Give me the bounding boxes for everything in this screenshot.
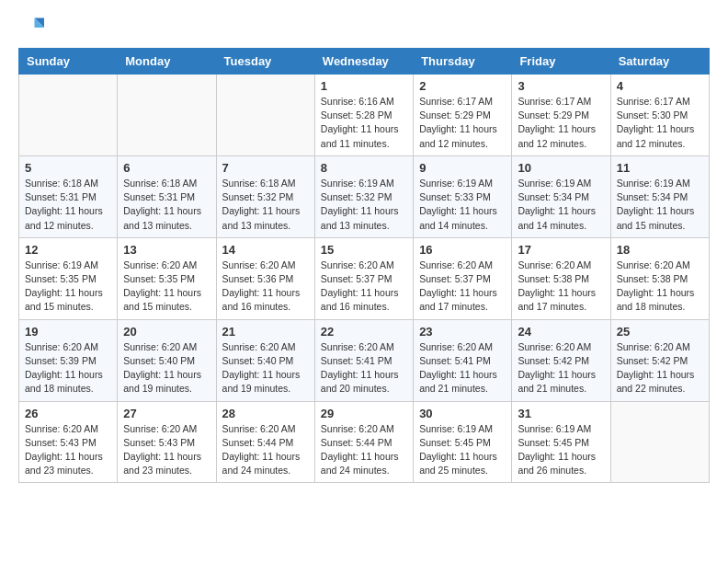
day-number: 26 bbox=[25, 407, 111, 420]
calendar-cell: 7Sunrise: 6:18 AMSunset: 5:32 PMDaylight… bbox=[216, 155, 314, 237]
calendar-cell: 27Sunrise: 6:20 AMSunset: 5:43 PMDayligh… bbox=[118, 401, 216, 483]
page-header bbox=[18, 15, 710, 40]
day-number: 18 bbox=[617, 243, 703, 257]
cell-details: Sunrise: 6:20 AMSunset: 5:37 PMDaylight:… bbox=[321, 259, 407, 315]
calendar-cell: 25Sunrise: 6:20 AMSunset: 5:42 PMDayligh… bbox=[610, 319, 709, 401]
calendar-cell bbox=[216, 75, 314, 156]
day-number: 20 bbox=[123, 325, 210, 339]
logo-icon bbox=[18, 15, 44, 40]
cell-details: Sunrise: 6:20 AMSunset: 5:41 PMDaylight:… bbox=[321, 340, 407, 396]
day-number: 17 bbox=[518, 243, 604, 257]
day-number: 11 bbox=[617, 161, 703, 175]
day-number: 4 bbox=[617, 79, 703, 93]
calendar-cell: 22Sunrise: 6:20 AMSunset: 5:41 PMDayligh… bbox=[314, 319, 413, 401]
calendar-cell: 11Sunrise: 6:19 AMSunset: 5:34 PMDayligh… bbox=[610, 155, 709, 237]
cell-details: Sunrise: 6:20 AMSunset: 5:43 PMDaylight:… bbox=[25, 422, 111, 478]
day-number: 3 bbox=[518, 79, 604, 93]
cell-details: Sunrise: 6:20 AMSunset: 5:44 PMDaylight:… bbox=[321, 422, 407, 478]
cell-details: Sunrise: 6:20 AMSunset: 5:38 PMDaylight:… bbox=[617, 259, 703, 315]
calendar-cell: 28Sunrise: 6:20 AMSunset: 5:44 PMDayligh… bbox=[216, 401, 314, 483]
day-number: 21 bbox=[222, 325, 309, 339]
cell-details: Sunrise: 6:19 AMSunset: 5:35 PMDaylight:… bbox=[25, 259, 111, 315]
calendar-cell: 1Sunrise: 6:16 AMSunset: 5:28 PMDaylight… bbox=[314, 75, 413, 156]
cell-details: Sunrise: 6:20 AMSunset: 5:35 PMDaylight:… bbox=[123, 259, 210, 315]
cell-details: Sunrise: 6:20 AMSunset: 5:39 PMDaylight:… bbox=[25, 340, 111, 396]
calendar-cell: 12Sunrise: 6:19 AMSunset: 5:35 PMDayligh… bbox=[19, 237, 118, 319]
calendar-cell: 14Sunrise: 6:20 AMSunset: 5:36 PMDayligh… bbox=[216, 237, 314, 319]
logo bbox=[18, 15, 48, 40]
calendar-cell: 17Sunrise: 6:20 AMSunset: 5:38 PMDayligh… bbox=[512, 237, 610, 319]
weekday-header-sunday: Sunday bbox=[19, 49, 118, 75]
calendar-cell: 16Sunrise: 6:20 AMSunset: 5:37 PMDayligh… bbox=[414, 237, 512, 319]
cell-details: Sunrise: 6:20 AMSunset: 5:40 PMDaylight:… bbox=[222, 340, 309, 396]
day-number: 2 bbox=[419, 79, 506, 93]
weekday-header-thursday: Thursday bbox=[414, 49, 512, 75]
calendar-cell: 15Sunrise: 6:20 AMSunset: 5:37 PMDayligh… bbox=[314, 237, 413, 319]
calendar-cell: 29Sunrise: 6:20 AMSunset: 5:44 PMDayligh… bbox=[314, 401, 413, 483]
cell-details: Sunrise: 6:18 AMSunset: 5:31 PMDaylight:… bbox=[123, 177, 210, 233]
calendar-cell: 21Sunrise: 6:20 AMSunset: 5:40 PMDayligh… bbox=[216, 319, 314, 401]
calendar-week-5: 26Sunrise: 6:20 AMSunset: 5:43 PMDayligh… bbox=[19, 401, 710, 483]
day-number: 5 bbox=[25, 161, 111, 175]
calendar-cell bbox=[610, 401, 709, 483]
day-number: 8 bbox=[321, 161, 407, 175]
calendar-cell bbox=[118, 75, 216, 156]
cell-details: Sunrise: 6:20 AMSunset: 5:36 PMDaylight:… bbox=[222, 259, 309, 315]
cell-details: Sunrise: 6:17 AMSunset: 5:29 PMDaylight:… bbox=[518, 95, 604, 151]
calendar-cell: 30Sunrise: 6:19 AMSunset: 5:45 PMDayligh… bbox=[414, 401, 512, 483]
calendar-cell: 8Sunrise: 6:19 AMSunset: 5:32 PMDaylight… bbox=[314, 155, 413, 237]
cell-details: Sunrise: 6:20 AMSunset: 5:43 PMDaylight:… bbox=[123, 422, 210, 478]
day-number: 14 bbox=[222, 243, 309, 257]
calendar-cell: 9Sunrise: 6:19 AMSunset: 5:33 PMDaylight… bbox=[414, 155, 512, 237]
weekday-header-monday: Monday bbox=[118, 49, 216, 75]
day-number: 13 bbox=[123, 243, 210, 257]
day-number: 12 bbox=[25, 243, 111, 257]
day-number: 9 bbox=[419, 161, 506, 175]
cell-details: Sunrise: 6:20 AMSunset: 5:44 PMDaylight:… bbox=[222, 422, 309, 478]
weekday-header-tuesday: Tuesday bbox=[216, 49, 314, 75]
day-number: 16 bbox=[419, 243, 506, 257]
calendar-week-3: 12Sunrise: 6:19 AMSunset: 5:35 PMDayligh… bbox=[19, 237, 710, 319]
cell-details: Sunrise: 6:20 AMSunset: 5:38 PMDaylight:… bbox=[518, 259, 604, 315]
cell-details: Sunrise: 6:20 AMSunset: 5:37 PMDaylight:… bbox=[419, 259, 506, 315]
cell-details: Sunrise: 6:20 AMSunset: 5:42 PMDaylight:… bbox=[617, 340, 703, 396]
day-number: 15 bbox=[321, 243, 407, 257]
day-number: 28 bbox=[222, 407, 309, 420]
calendar-cell: 13Sunrise: 6:20 AMSunset: 5:35 PMDayligh… bbox=[118, 237, 216, 319]
day-number: 25 bbox=[617, 325, 703, 339]
cell-details: Sunrise: 6:20 AMSunset: 5:40 PMDaylight:… bbox=[123, 340, 210, 396]
calendar-week-2: 5Sunrise: 6:18 AMSunset: 5:31 PMDaylight… bbox=[19, 155, 710, 237]
cell-details: Sunrise: 6:19 AMSunset: 5:45 PMDaylight:… bbox=[419, 422, 506, 478]
calendar-cell: 10Sunrise: 6:19 AMSunset: 5:34 PMDayligh… bbox=[512, 155, 610, 237]
calendar-cell: 3Sunrise: 6:17 AMSunset: 5:29 PMDaylight… bbox=[512, 75, 610, 156]
day-number: 19 bbox=[25, 325, 111, 339]
cell-details: Sunrise: 6:20 AMSunset: 5:42 PMDaylight:… bbox=[518, 340, 604, 396]
cell-details: Sunrise: 6:19 AMSunset: 5:33 PMDaylight:… bbox=[419, 177, 506, 233]
day-number: 30 bbox=[419, 407, 506, 420]
weekday-header-wednesday: Wednesday bbox=[314, 49, 413, 75]
cell-details: Sunrise: 6:17 AMSunset: 5:29 PMDaylight:… bbox=[419, 95, 506, 151]
calendar-cell: 24Sunrise: 6:20 AMSunset: 5:42 PMDayligh… bbox=[512, 319, 610, 401]
calendar-cell: 31Sunrise: 6:19 AMSunset: 5:45 PMDayligh… bbox=[512, 401, 610, 483]
calendar-table: SundayMondayTuesdayWednesdayThursdayFrid… bbox=[18, 48, 710, 483]
cell-details: Sunrise: 6:18 AMSunset: 5:32 PMDaylight:… bbox=[222, 177, 309, 233]
day-number: 7 bbox=[222, 161, 309, 175]
cell-details: Sunrise: 6:19 AMSunset: 5:32 PMDaylight:… bbox=[321, 177, 407, 233]
weekday-header-row: SundayMondayTuesdayWednesdayThursdayFrid… bbox=[19, 49, 710, 75]
cell-details: Sunrise: 6:19 AMSunset: 5:45 PMDaylight:… bbox=[518, 422, 604, 478]
cell-details: Sunrise: 6:16 AMSunset: 5:28 PMDaylight:… bbox=[321, 95, 407, 151]
day-number: 1 bbox=[321, 79, 407, 93]
weekday-header-saturday: Saturday bbox=[610, 49, 709, 75]
cell-details: Sunrise: 6:20 AMSunset: 5:41 PMDaylight:… bbox=[419, 340, 506, 396]
day-number: 22 bbox=[321, 325, 407, 339]
cell-details: Sunrise: 6:19 AMSunset: 5:34 PMDaylight:… bbox=[617, 177, 703, 233]
calendar-cell: 19Sunrise: 6:20 AMSunset: 5:39 PMDayligh… bbox=[19, 319, 118, 401]
day-number: 31 bbox=[518, 407, 604, 420]
calendar-cell: 2Sunrise: 6:17 AMSunset: 5:29 PMDaylight… bbox=[414, 75, 512, 156]
calendar-cell: 5Sunrise: 6:18 AMSunset: 5:31 PMDaylight… bbox=[19, 155, 118, 237]
calendar-cell: 18Sunrise: 6:20 AMSunset: 5:38 PMDayligh… bbox=[610, 237, 709, 319]
calendar-cell: 20Sunrise: 6:20 AMSunset: 5:40 PMDayligh… bbox=[118, 319, 216, 401]
day-number: 24 bbox=[518, 325, 604, 339]
calendar-cell: 23Sunrise: 6:20 AMSunset: 5:41 PMDayligh… bbox=[414, 319, 512, 401]
calendar-cell: 4Sunrise: 6:17 AMSunset: 5:30 PMDaylight… bbox=[610, 75, 709, 156]
